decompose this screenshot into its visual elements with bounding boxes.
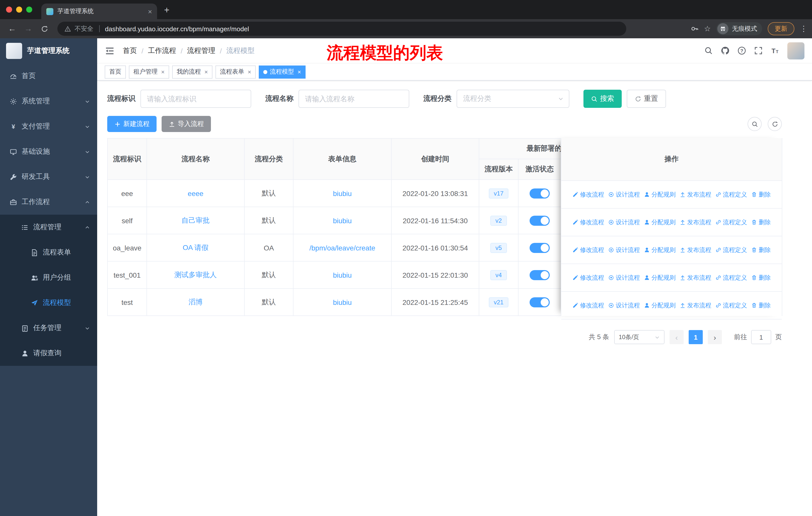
back-icon[interactable]: ← — [5, 22, 19, 36]
fullscreen-icon[interactable] — [754, 46, 763, 55]
active-toggle[interactable] — [529, 297, 550, 307]
action-assign-link[interactable]: 分配规则 — [644, 301, 675, 310]
action-assign-link[interactable]: 分配规则 — [644, 273, 675, 282]
toggle-search-button[interactable] — [748, 117, 762, 131]
sidebar-item-system[interactable]: 系统管理 — [0, 89, 97, 114]
tab-close-icon[interactable]: × — [148, 7, 152, 16]
process-name-link[interactable]: OA 请假 — [183, 243, 209, 251]
sidebar-item-process-form[interactable]: 流程表单 — [0, 240, 97, 265]
view-tag[interactable]: 我的流程× — [172, 65, 212, 78]
action-design-link[interactable]: 设计流程 — [608, 190, 640, 199]
import-process-button[interactable]: 导入流程 — [162, 116, 211, 132]
help-icon[interactable] — [737, 46, 746, 55]
form-link[interactable]: biubiu — [333, 216, 352, 224]
process-name-link[interactable]: 滔博 — [188, 298, 203, 306]
action-publish-link[interactable]: 发布流程 — [679, 301, 711, 310]
breadcrumb-item[interactable]: 首页 — [123, 46, 137, 55]
window-minimize-button[interactable] — [16, 6, 22, 12]
sidebar-item-home[interactable]: 首页 — [0, 63, 97, 89]
goto-page-input[interactable] — [751, 330, 771, 344]
action-edit-link[interactable]: 修改流程 — [572, 218, 604, 226]
search-button[interactable]: 搜索 — [583, 90, 622, 108]
sidebar-item-payment[interactable]: 支付管理 — [0, 114, 97, 139]
action-assign-link[interactable]: 分配规则 — [644, 190, 675, 199]
action-definition-link[interactable]: 流程定义 — [715, 190, 747, 199]
view-tag[interactable]: 租户管理× — [129, 65, 169, 78]
process-name-link[interactable]: eeee — [188, 189, 203, 197]
sidebar-item-workflow[interactable]: 工作流程 — [0, 189, 97, 215]
action-definition-link[interactable]: 流程定义 — [715, 273, 747, 282]
action-definition-link[interactable]: 流程定义 — [715, 301, 747, 310]
action-design-link[interactable]: 设计流程 — [608, 218, 640, 226]
action-definition-link[interactable]: 流程定义 — [715, 218, 747, 226]
form-link[interactable]: biubiu — [333, 271, 352, 279]
view-tag[interactable]: 流程表单× — [215, 65, 256, 78]
action-edit-link[interactable]: 修改流程 — [572, 273, 604, 282]
page-size-select[interactable]: 10条/页 — [614, 330, 665, 344]
form-link[interactable]: biubiu — [333, 189, 352, 197]
action-publish-link[interactable]: 发布流程 — [679, 190, 711, 199]
create-process-button[interactable]: 新建流程 — [107, 116, 156, 132]
action-publish-link[interactable]: 发布流程 — [679, 218, 711, 226]
form-link[interactable]: /bpm/oa/leave/create — [309, 244, 375, 252]
action-edit-link[interactable]: 修改流程 — [572, 246, 604, 254]
search-icon[interactable] — [704, 46, 713, 55]
action-assign-link[interactable]: 分配规则 — [644, 246, 675, 254]
action-delete-link[interactable]: 删除 — [751, 273, 771, 282]
action-publish-link[interactable]: 发布流程 — [679, 273, 711, 282]
process-name-input[interactable] — [298, 90, 409, 108]
forward-icon[interactable]: → — [21, 22, 35, 36]
action-delete-link[interactable]: 删除 — [751, 218, 771, 226]
user-avatar[interactable] — [787, 42, 805, 59]
reload-icon[interactable] — [37, 22, 51, 36]
update-button[interactable]: 更新 — [768, 22, 794, 35]
sidebar-item-infra[interactable]: 基础设施 — [0, 139, 97, 164]
close-icon[interactable]: × — [248, 68, 251, 75]
active-toggle[interactable] — [529, 215, 550, 225]
font-size-icon[interactable] — [771, 46, 779, 55]
address-bar[interactable]: 不安全 dashboard.yudao.iocoder.cn/bpm/manag… — [57, 22, 626, 36]
process-name-link[interactable]: 测试多审批人 — [174, 270, 217, 278]
current-page[interactable]: 1 — [689, 330, 703, 344]
close-icon[interactable]: × — [204, 68, 208, 75]
view-tag[interactable]: 流程模型× — [259, 65, 306, 78]
sidebar-item-process-model[interactable]: 流程模型 — [0, 290, 97, 316]
action-definition-link[interactable]: 流程定义 — [715, 246, 747, 254]
action-design-link[interactable]: 设计流程 — [608, 301, 640, 310]
view-tag[interactable]: 首页 — [105, 65, 126, 78]
sidebar-item-task-manage[interactable]: 任务管理 — [0, 316, 97, 341]
close-icon[interactable]: × — [297, 68, 301, 75]
breadcrumb-item[interactable]: 工作流程 — [148, 46, 176, 55]
active-toggle[interactable] — [529, 243, 550, 253]
action-design-link[interactable]: 设计流程 — [608, 246, 640, 254]
prev-page-button[interactable]: ‹ — [670, 330, 684, 344]
window-zoom-button[interactable] — [26, 6, 32, 12]
sidebar-item-leave-query[interactable]: 请假查询 — [0, 341, 97, 366]
process-key-input[interactable] — [141, 90, 251, 108]
browser-tab[interactable]: 芋道管理系统 × — [41, 3, 157, 19]
sidebar-item-user-group[interactable]: 用户分组 — [0, 265, 97, 290]
refresh-table-button[interactable] — [768, 117, 782, 131]
sidebar-item-devtools[interactable]: 研发工具 — [0, 164, 97, 189]
reset-button[interactable]: 重置 — [627, 90, 666, 108]
action-delete-link[interactable]: 删除 — [751, 246, 771, 254]
action-design-link[interactable]: 设计流程 — [608, 273, 640, 282]
window-close-button[interactable] — [6, 6, 12, 12]
close-icon[interactable]: × — [161, 68, 165, 75]
active-toggle[interactable] — [529, 188, 550, 198]
action-delete-link[interactable]: 删除 — [751, 301, 771, 310]
form-link[interactable]: biubiu — [333, 298, 352, 306]
action-assign-link[interactable]: 分配规则 — [644, 218, 675, 226]
next-page-button[interactable]: › — [708, 330, 722, 344]
key-icon[interactable] — [690, 25, 698, 33]
sidebar-item-process-manage[interactable]: 流程管理 — [0, 215, 97, 240]
breadcrumb-item[interactable]: 流程管理 — [187, 46, 215, 55]
category-select[interactable]: 流程分类 — [457, 90, 569, 108]
action-publish-link[interactable]: 发布流程 — [679, 246, 711, 254]
browser-menu-icon[interactable]: ⋮ — [800, 24, 807, 33]
active-toggle[interactable] — [529, 270, 550, 280]
github-icon[interactable] — [721, 46, 729, 55]
process-name-link[interactable]: 自己审批 — [181, 216, 210, 224]
action-delete-link[interactable]: 删除 — [751, 190, 771, 199]
action-edit-link[interactable]: 修改流程 — [572, 301, 604, 310]
